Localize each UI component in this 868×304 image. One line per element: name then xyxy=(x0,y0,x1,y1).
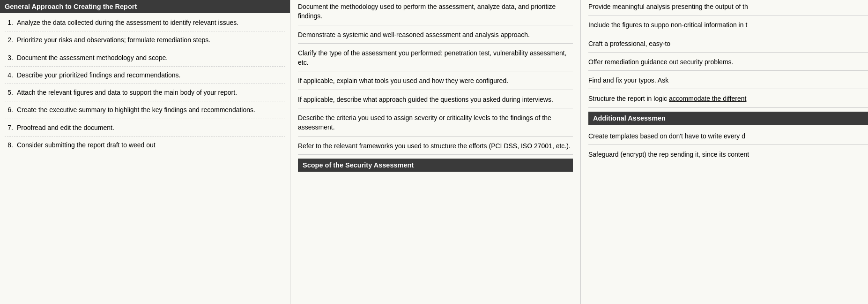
col2-bullet: Describe the criteria you used to assign… xyxy=(298,111,573,137)
list-item: 5. Attach the relevant figures and data … xyxy=(5,88,285,101)
col2-bullet-text: Document the methodology used to perform… xyxy=(298,3,556,20)
col2-bullet-text: Clarify the type of the assessment you p… xyxy=(298,49,567,66)
col3-bullet-text: Include the figures to suppo non-critica… xyxy=(588,21,747,29)
list-item: 2. Prioritize your risks and observation… xyxy=(5,35,285,49)
list-item-text: Describe your prioritized findings and r… xyxy=(17,70,285,80)
col3-bullet-text-structure: Structure the report in logic accommodat… xyxy=(588,95,747,102)
col3-bullet: Include the figures to suppo non-critica… xyxy=(588,18,868,34)
list-number: 3. xyxy=(5,53,13,62)
col2-bullet: If applicable, explain what tools you us… xyxy=(298,74,573,90)
col3-additional-bullet: Create templates based on don't have to … xyxy=(588,129,868,145)
col2-bullet: Document the methodology used to perform… xyxy=(298,0,573,25)
list-number: 8. xyxy=(5,140,13,150)
list-number: 6. xyxy=(5,105,13,114)
col3-bullet: Provide meaningful analysis presenting t… xyxy=(588,0,868,15)
list-item-text: Create the executive summary to highligh… xyxy=(17,105,285,114)
page-container: General Approach to Creating the Report … xyxy=(0,0,868,304)
list-item-text: Document the assessment methodology and … xyxy=(17,53,285,62)
col3-additional-header: Additional Assessmen xyxy=(588,112,868,125)
list-item-text: Consider submitting the report draft to … xyxy=(17,140,285,150)
list-item: 7. Proofread and edit the document. xyxy=(5,123,285,137)
col2-section-header: Scope of the Security Assessment xyxy=(298,159,573,172)
col2-bullet: Clarify the type of the assessment you p… xyxy=(298,46,573,72)
col3-bullet-structure: Structure the report in logic accommodat… xyxy=(588,92,868,107)
col2-bullet-text: Describe the criteria you used to assign… xyxy=(298,114,551,131)
list-item-text: Attach the relevant figures and data to … xyxy=(17,88,285,97)
list-item-text: Proofread and edit the document. xyxy=(17,123,285,132)
list-number: 1. xyxy=(5,18,13,27)
list-number: 2. xyxy=(5,35,13,45)
list-number: 4. xyxy=(5,70,13,80)
col2-bullet-text: Refer to the relevant frameworks you use… xyxy=(298,142,571,150)
col3-bullet-text: Offer remediation guidance out security … xyxy=(588,58,733,66)
col3-bullet-text: Provide meaningful analysis presenting t… xyxy=(588,3,748,10)
list-item: 1. Analyze the data collected during the… xyxy=(5,18,285,31)
list-number: 5. xyxy=(5,88,13,97)
list-item-text: Prioritize your risks and observations; … xyxy=(17,35,285,45)
column-2: Document the methodology used to perform… xyxy=(290,0,581,304)
list-item: 6. Create the executive summary to highl… xyxy=(5,105,285,119)
list-item: 3. Document the assessment methodology a… xyxy=(5,53,285,67)
col1-header: General Approach to Creating the Report xyxy=(0,0,290,13)
col1-numbered-list: 1. Analyze the data collected during the… xyxy=(0,18,290,153)
col3-bullet-text: Craft a professional, easy-to xyxy=(588,40,670,47)
list-item-text: Analyze the data collected during the as… xyxy=(17,18,285,27)
col2-bullet: Refer to the relevant frameworks you use… xyxy=(298,139,573,155)
col3-bullet: Find and fix your typos. Ask xyxy=(588,74,868,89)
col2-bullet-text: If applicable, describe what approach gu… xyxy=(298,96,553,103)
list-item: 4. Describe your prioritized findings an… xyxy=(5,70,285,84)
list-number: 7. xyxy=(5,123,13,132)
col2-bullet-text: If applicable, explain what tools you us… xyxy=(298,77,508,84)
col3-additional-bullet-text: Create templates based on don't have to … xyxy=(588,132,745,140)
col3-underlined-text: accommodate the different xyxy=(669,95,747,102)
col2-bullet: If applicable, describe what approach gu… xyxy=(298,93,573,108)
col3-bullet: Craft a professional, easy-to xyxy=(588,37,868,53)
col3-additional-bullet-text: Safeguard (encrypt) the rep sending it, … xyxy=(588,151,749,158)
col3-bullet-text: Find and fix your typos. Ask xyxy=(588,76,668,84)
column-1: General Approach to Creating the Report … xyxy=(0,0,290,304)
col2-bullet: Demonstrate a systemic and well-reasoned… xyxy=(298,28,573,44)
col2-bullet-text: Demonstrate a systemic and well-reasoned… xyxy=(298,31,530,38)
col3-additional-bullet: Safeguard (encrypt) the rep sending it, … xyxy=(588,148,868,163)
column-3: Provide meaningful analysis presenting t… xyxy=(581,0,868,304)
list-item: 8. Consider submitting the report draft … xyxy=(5,140,285,153)
col3-bullet: Offer remediation guidance out security … xyxy=(588,55,868,71)
